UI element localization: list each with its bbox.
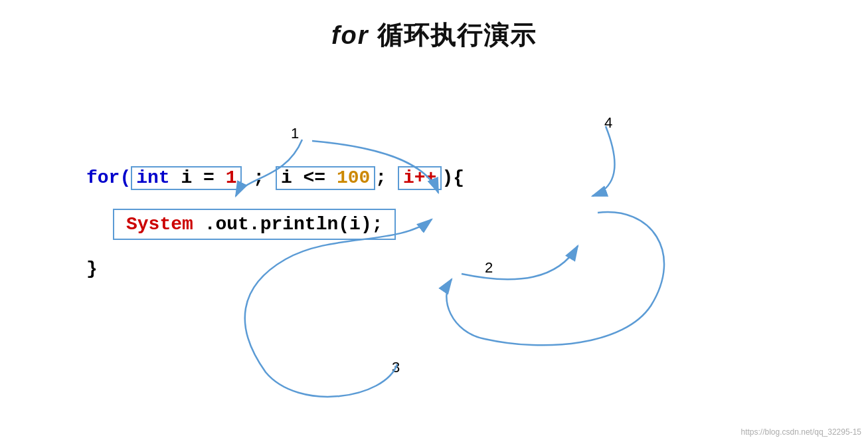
label-1: 1: [291, 125, 299, 142]
label-2: 2: [485, 259, 493, 276]
title-rest: 循环执行演示: [369, 21, 537, 49]
lte-op: <=: [304, 167, 337, 188]
println-box: System .out.println(i);: [113, 209, 396, 240]
condition-box: i <= 100: [276, 166, 375, 190]
body-line: System .out.println(i);: [113, 209, 464, 240]
init-value: 1: [226, 167, 237, 188]
for-keyword: for(: [86, 169, 131, 187]
var-i-init: i: [181, 167, 203, 188]
init-box: int i = 1: [131, 166, 242, 190]
title-for: for: [331, 21, 369, 49]
eq-op: =: [203, 167, 226, 188]
code-area: for( int i = 1 ; i <= 100 ; i++ ){ Syste…: [86, 166, 464, 279]
println-rest: .out.println(i);: [205, 214, 383, 235]
closing-brace: }: [86, 259, 464, 279]
watermark: https://blog.csdn.net/qq_32295-15: [741, 427, 861, 437]
page-title: for 循环执行演示: [0, 0, 868, 53]
update-box: i++: [398, 166, 442, 190]
semi1: ;: [242, 169, 275, 187]
for-line: for( int i = 1 ; i <= 100 ; i++ ){: [86, 166, 464, 190]
update-expr: i++: [403, 167, 436, 188]
cond-var-i: i: [281, 167, 304, 188]
system-keyword: System: [126, 214, 193, 235]
label-4: 4: [604, 114, 612, 132]
int-keyword: int: [136, 167, 169, 188]
label-3: 3: [392, 359, 400, 376]
close-paren-brace: ){: [442, 169, 464, 187]
cond-value: 100: [337, 167, 370, 188]
semi2: ;: [375, 169, 398, 187]
